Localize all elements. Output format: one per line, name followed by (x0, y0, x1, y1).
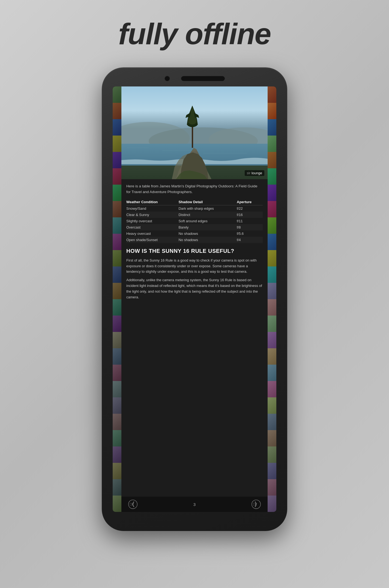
table-cell-0-2: f/22 (237, 205, 263, 212)
list-item (268, 103, 276, 119)
svg-rect-9 (192, 126, 193, 148)
list-item (113, 217, 121, 234)
intro-paragraph: Here is a table from James Martin's Digi… (126, 184, 263, 195)
list-item (268, 136, 276, 152)
table-cell-5-2: f/4 (237, 237, 263, 243)
table-cell-2-0: Slightly overcast (126, 218, 178, 224)
body-paragraph-1: First of all, the Sunny 16 Rule is a goo… (126, 258, 263, 275)
article-body: Here is a table from James Martin's Digi… (121, 179, 268, 497)
list-item (268, 446, 276, 463)
table-row: Snowy/SandDark with sharp edgesf/22 (126, 205, 263, 212)
list-item (113, 348, 121, 365)
table-row: OvercastBarelyf/8 (126, 224, 263, 230)
table-row: Slightly overcastSoft around edgesf/11 (126, 218, 263, 224)
list-item (113, 299, 121, 316)
list-item (268, 381, 276, 397)
list-item (268, 86, 276, 103)
page-number: 3 (193, 502, 196, 507)
slr-badge: slr lounge (245, 170, 264, 176)
list-item (268, 299, 276, 316)
hero-photo: slr lounge (121, 86, 268, 179)
list-item (268, 119, 276, 136)
list-item (113, 103, 121, 119)
list-item (113, 234, 121, 250)
list-item (113, 496, 121, 512)
table-cell-0-0: Snowy/Sand (126, 205, 178, 212)
table-cell-3-2: f/8 (237, 224, 263, 230)
list-item (113, 463, 121, 479)
list-item (113, 152, 121, 168)
aperture-table: Weather Condition Shadow Detail Aperture… (126, 199, 263, 243)
list-item (113, 316, 121, 332)
list-item (113, 250, 121, 266)
list-item (268, 201, 276, 217)
section-heading-sunny16: How is the Sunny 16 Rule Useful? (126, 247, 263, 254)
table-cell-4-2: f/5.6 (237, 230, 263, 237)
table-cell-4-0: Heavy overcast (126, 230, 178, 237)
list-item (268, 168, 276, 185)
list-item (113, 381, 121, 397)
table-cell-3-1: Barely (178, 224, 237, 230)
list-item (268, 397, 276, 414)
list-item (268, 250, 276, 266)
phone-speaker (181, 76, 225, 81)
list-item (268, 316, 276, 332)
table-cell-0-1: Dark with sharp edges (178, 205, 237, 212)
bottom-navigation: ☞ 3 ☞ (121, 497, 268, 512)
list-item (268, 332, 276, 348)
list-item (268, 266, 276, 283)
table-cell-2-2: f/11 (237, 218, 263, 224)
list-item (113, 479, 121, 496)
list-item (113, 446, 121, 463)
list-item (268, 496, 276, 512)
list-item (113, 185, 121, 201)
list-item (268, 479, 276, 496)
col-header-shadow: Shadow Detail (178, 199, 237, 205)
list-item (268, 217, 276, 234)
list-item (113, 430, 121, 446)
list-item (113, 365, 121, 381)
list-item (113, 119, 121, 136)
list-item (268, 234, 276, 250)
list-item (268, 283, 276, 299)
list-item (113, 414, 121, 430)
list-item (268, 430, 276, 446)
table-cell-5-0: Open shade/Sunset (126, 237, 178, 243)
svg-text:☞: ☞ (129, 501, 134, 507)
next-page-button[interactable]: ☞ (250, 498, 262, 510)
list-item (113, 168, 121, 185)
page-title: fully offline (118, 16, 271, 51)
table-cell-4-1: No shadows (178, 230, 237, 237)
list-item (268, 414, 276, 430)
table-cell-1-2: f/16 (237, 212, 263, 218)
phone-device: slr lounge Here is a table from James Ma… (102, 67, 287, 531)
table-cell-5-1: No shadows (178, 237, 237, 243)
list-item (113, 136, 121, 152)
table-row: Clear & SunnyDistinctf/16 (126, 212, 263, 218)
col-header-aperture: Aperture (237, 199, 263, 205)
list-item (113, 332, 121, 348)
table-cell-1-0: Clear & Sunny (126, 212, 178, 218)
list-item (268, 152, 276, 168)
prev-page-button[interactable]: ☞ (127, 498, 139, 510)
table-cell-1-1: Distinct (178, 212, 237, 218)
body-paragraph-2: Additionally, unlike the camera metering… (126, 277, 263, 300)
right-thumbnail-strip (268, 86, 276, 512)
table-row: Open shade/SunsetNo shadowsf/4 (126, 237, 263, 243)
list-item (113, 266, 121, 283)
list-item (268, 365, 276, 381)
phone-top-bar (107, 76, 282, 82)
table-cell-3-0: Overcast (126, 224, 178, 230)
list-item (268, 348, 276, 365)
screen-content: slr lounge Here is a table from James Ma… (121, 86, 268, 512)
list-item (268, 463, 276, 479)
list-item (113, 201, 121, 217)
col-header-weather: Weather Condition (126, 199, 178, 205)
list-item (113, 397, 121, 414)
left-thumbnail-strip (113, 86, 121, 512)
svg-text:☞: ☞ (253, 501, 258, 507)
phone-screen: slr lounge Here is a table from James Ma… (113, 86, 276, 512)
list-item (113, 283, 121, 299)
table-cell-2-1: Soft around edges (178, 218, 237, 224)
phone-camera (164, 76, 170, 82)
